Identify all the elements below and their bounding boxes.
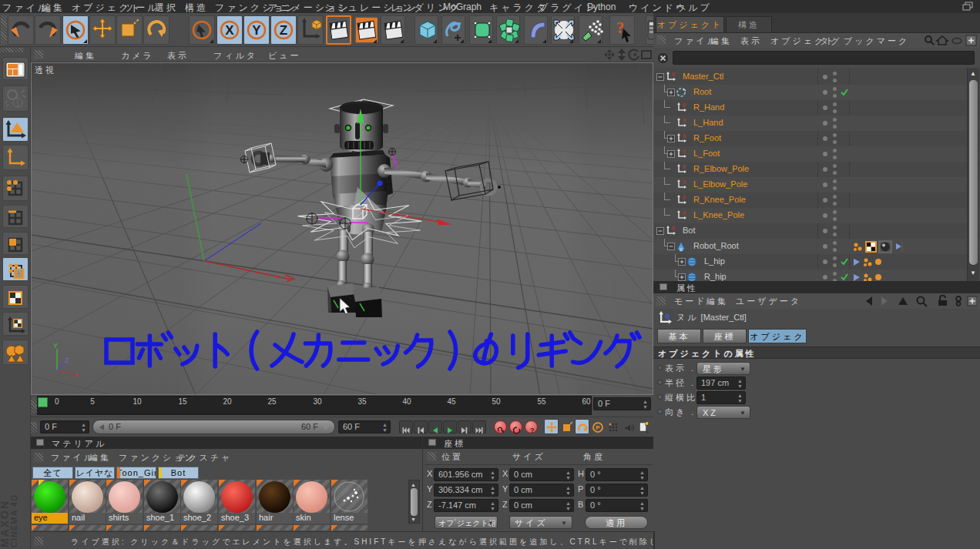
svg-text:0: 0 xyxy=(683,102,686,108)
svg-text:Z: Z xyxy=(280,23,287,38)
svg-text:0: 0 xyxy=(683,149,686,154)
svg-text:0: 0 xyxy=(672,226,675,231)
svg-text:Y: Y xyxy=(252,23,261,38)
svg-text:Y: Y xyxy=(53,342,58,350)
svg-text:0: 0 xyxy=(683,133,686,139)
svg-text:0: 0 xyxy=(666,312,670,320)
svg-text:0: 0 xyxy=(683,195,686,200)
svg-text:Z: Z xyxy=(65,357,69,364)
svg-text:0: 0 xyxy=(683,210,686,216)
svg-text:0: 0 xyxy=(683,164,686,169)
svg-text:P: P xyxy=(596,424,600,431)
svg-text:X: X xyxy=(73,371,78,379)
svg-text:0: 0 xyxy=(683,118,686,123)
svg-text:0: 0 xyxy=(683,179,686,185)
svg-text:0: 0 xyxy=(672,72,675,77)
svg-text:X: X xyxy=(225,23,234,38)
svg-text:?: ? xyxy=(530,427,535,434)
